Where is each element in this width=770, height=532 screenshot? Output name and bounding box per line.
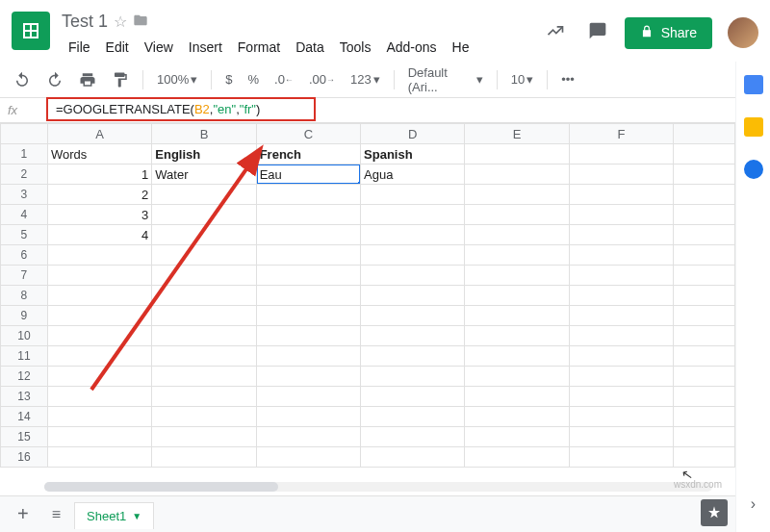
- cell-F12[interactable]: [569, 367, 673, 387]
- cell-A6[interactable]: [47, 245, 151, 266]
- cell-F15[interactable]: [569, 427, 673, 447]
- cell-pad[interactable]: [674, 306, 735, 326]
- menu-insert[interactable]: Insert: [182, 36, 229, 59]
- cell-B2[interactable]: Water: [152, 165, 256, 185]
- menu-view[interactable]: View: [138, 36, 180, 59]
- cell-D13[interactable]: [361, 387, 465, 407]
- cell-pad[interactable]: [674, 165, 735, 185]
- cell-B6[interactable]: [152, 245, 256, 266]
- cell-D1[interactable]: Spanish: [361, 144, 465, 165]
- cell-F2[interactable]: [569, 165, 673, 185]
- menu-edit[interactable]: Edit: [99, 36, 136, 59]
- cell-D12[interactable]: [361, 367, 465, 387]
- cell-F8[interactable]: [569, 286, 673, 306]
- row-header[interactable]: 13: [1, 387, 48, 407]
- cell-E13[interactable]: [465, 387, 569, 407]
- cell-E8[interactable]: [465, 286, 569, 306]
- all-sheets-icon[interactable]: ≡: [42, 500, 70, 529]
- cell-D9[interactable]: [361, 306, 465, 326]
- cell-A12[interactable]: [47, 367, 151, 387]
- cell-pad[interactable]: [674, 286, 735, 306]
- cell-D11[interactable]: [361, 346, 465, 367]
- document-title[interactable]: Test 1: [62, 12, 108, 32]
- cell-D14[interactable]: [361, 407, 465, 427]
- cell-F9[interactable]: [569, 306, 673, 326]
- row-header[interactable]: 15: [1, 427, 48, 447]
- row-header[interactable]: 7: [1, 266, 48, 286]
- cell-A3[interactable]: 2: [47, 185, 151, 205]
- cell-A7[interactable]: [47, 266, 151, 286]
- cell-C14[interactable]: [256, 407, 360, 427]
- cell-C6[interactable]: [256, 245, 360, 266]
- cell-F4[interactable]: [569, 205, 673, 225]
- row-header[interactable]: 6: [1, 245, 48, 266]
- cell-C12[interactable]: [256, 367, 360, 387]
- redo-icon[interactable]: [40, 67, 69, 92]
- share-button[interactable]: Share: [625, 17, 712, 49]
- activity-icon[interactable]: [540, 15, 571, 50]
- decrease-decimal[interactable]: .0←: [269, 68, 299, 90]
- cell-E6[interactable]: [465, 245, 569, 266]
- undo-icon[interactable]: [8, 67, 37, 92]
- cell-B12[interactable]: [152, 367, 256, 387]
- cell-E10[interactable]: [465, 326, 569, 346]
- cell-E3[interactable]: [465, 185, 569, 205]
- cell-C13[interactable]: [256, 387, 360, 407]
- cell-C11[interactable]: [256, 346, 360, 367]
- cell-E5[interactable]: [465, 225, 569, 245]
- cell-F5[interactable]: [569, 225, 673, 245]
- cell-C4[interactable]: [256, 205, 360, 225]
- menu-file[interactable]: File: [62, 36, 97, 59]
- row-header[interactable]: 12: [1, 367, 48, 387]
- cell-D6[interactable]: [361, 245, 465, 266]
- row-header[interactable]: 4: [1, 205, 48, 225]
- hide-sidepanel-icon[interactable]: ›: [751, 495, 756, 513]
- col-header-B[interactable]: B: [152, 124, 256, 144]
- cell-D10[interactable]: [361, 326, 465, 346]
- cell-D2[interactable]: Agua: [361, 165, 465, 185]
- cell-B5[interactable]: [152, 225, 256, 245]
- cell-B1[interactable]: English: [152, 144, 256, 165]
- row-header[interactable]: 16: [1, 447, 48, 468]
- cell-pad[interactable]: [674, 205, 735, 225]
- cell-D7[interactable]: [361, 266, 465, 286]
- cell-B9[interactable]: [152, 306, 256, 326]
- cell-E12[interactable]: [465, 367, 569, 387]
- cell-A2[interactable]: 1: [47, 165, 151, 185]
- cell-E9[interactable]: [465, 306, 569, 326]
- cell-pad[interactable]: [674, 266, 735, 286]
- row-header[interactable]: 14: [1, 407, 48, 427]
- cell-A10[interactable]: [47, 326, 151, 346]
- menu-tools[interactable]: Tools: [333, 36, 378, 59]
- cell-B11[interactable]: [152, 346, 256, 367]
- cell-B15[interactable]: [152, 427, 256, 447]
- menu-help[interactable]: He: [446, 36, 476, 59]
- cell-F10[interactable]: [569, 326, 673, 346]
- cell-pad[interactable]: [674, 185, 735, 205]
- horizontal-scrollbar[interactable]: [44, 482, 712, 495]
- cell-C1[interactable]: French: [256, 144, 360, 165]
- font-dropdown[interactable]: Default (Ari... ▾: [402, 62, 489, 98]
- cell-D15[interactable]: [361, 427, 465, 447]
- cell-A15[interactable]: [47, 427, 151, 447]
- cell-B3[interactable]: [152, 185, 256, 205]
- cell-C10[interactable]: [256, 326, 360, 346]
- cell-D5[interactable]: [361, 225, 465, 245]
- cell-B16[interactable]: [152, 447, 256, 468]
- cell-E16[interactable]: [465, 447, 569, 468]
- increase-decimal[interactable]: .00→: [303, 68, 341, 90]
- select-all-corner[interactable]: [1, 124, 48, 144]
- cell-D8[interactable]: [361, 286, 465, 306]
- cell-C16[interactable]: [256, 447, 360, 468]
- cell-B13[interactable]: [152, 387, 256, 407]
- row-header[interactable]: 3: [1, 185, 48, 205]
- col-header-C[interactable]: C: [256, 124, 360, 144]
- row-header[interactable]: 9: [1, 306, 48, 326]
- cell-A11[interactable]: [47, 346, 151, 367]
- sheets-logo-icon[interactable]: [12, 12, 50, 50]
- cell-A4[interactable]: 3: [47, 205, 151, 225]
- cell-pad[interactable]: [674, 427, 735, 447]
- cell-E14[interactable]: [465, 407, 569, 427]
- cell-E15[interactable]: [465, 427, 569, 447]
- col-header-E[interactable]: E: [465, 124, 569, 144]
